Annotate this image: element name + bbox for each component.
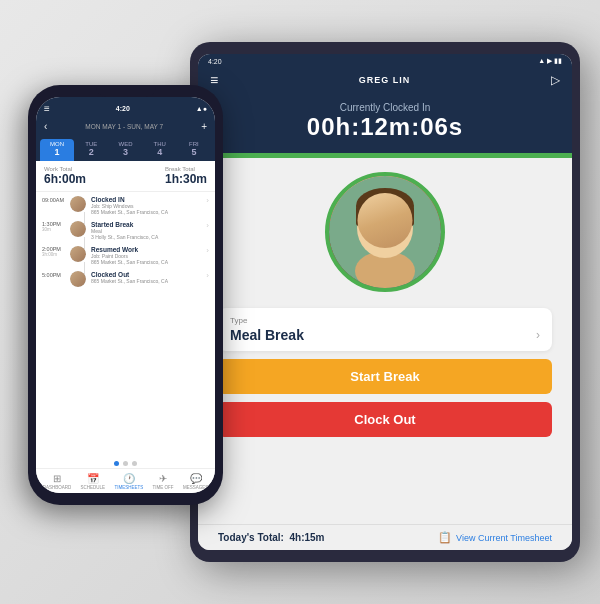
tablet-elapsed-time: 00h:12m:06s <box>198 113 572 141</box>
avatar <box>325 172 445 292</box>
timesheets-icon: 🕐 <box>123 473 135 484</box>
tablet-banner: Currently Clocked In 00h:12m:06s <box>198 94 572 153</box>
phone-nav-label-timeoff: TIME OFF <box>153 485 174 490</box>
start-break-button[interactable]: Start Break <box>218 359 552 394</box>
timeline-content-1: Clocked IN Job: Ship Windows 865 Market … <box>91 196 204 215</box>
phone-day-num-tue: 2 <box>89 147 94 157</box>
phone-time: 4:20 <box>116 105 130 112</box>
break-type-value: Meal Break <box>230 327 304 343</box>
timeline-title-4: Clocked Out <box>91 271 204 278</box>
phone-bottom-nav: ⊞ DASHBOARD 📅 SCHEDULE 🕐 TIMESHEETS ✈ TI… <box>36 468 215 493</box>
sidebar-item-messages[interactable]: 💬 MESSAGES <box>183 473 208 490</box>
timeline-content-2: Started Break Meal 3 Holly St., San Fran… <box>91 221 204 240</box>
clock-out-button[interactable]: Clock Out <box>218 402 552 437</box>
phone-work-total: Work Total 6h:00m Break Total 1h:30m <box>36 161 215 192</box>
timeline-title-2: Started Break <box>91 221 204 228</box>
timeline-sub-6: 865 Market St., San Francisco, CA <box>91 259 204 265</box>
timeline-sub-2: 865 Market St., San Francisco, CA <box>91 209 204 215</box>
svg-point-6 <box>369 224 377 232</box>
chevron-right-icon[interactable]: › <box>536 328 540 342</box>
timeline-content-3: Resumed Work Job: Paint Doors 865 Market… <box>91 246 204 265</box>
tablet-user-name: GREG LIN <box>359 75 411 85</box>
dashboard-icon: ⊞ <box>53 473 61 484</box>
phone-day-num-mon: 1 <box>55 147 60 157</box>
timeline-time-4: 5:00PM <box>42 271 70 278</box>
phone-day-tab-thu[interactable]: THU 4 <box>143 139 177 161</box>
sidebar-item-timeoff[interactable]: ✈ TIME OFF <box>153 473 174 490</box>
timeline-time-1: 09:00AM <box>42 196 70 203</box>
break-type-card: Type Meal Break › <box>218 308 552 351</box>
tablet-clocked-in-label: Currently Clocked In <box>198 102 572 113</box>
timeline-avatar-1 <box>70 196 86 212</box>
phone-work-total-item: Work Total 6h:00m <box>44 166 86 186</box>
timeline-content-4: Clocked Out 865 Market St., San Francisc… <box>91 271 204 284</box>
phone-break-total-item: Break Total 1h:30m <box>165 166 207 186</box>
chevron-right-icon-2: › <box>206 221 209 230</box>
chevron-right-icon-3: › <box>206 246 209 255</box>
phone-device: ≡ 4:20 ▲● ‹ MON MAY 1 - SUN, MAY 7 + MON… <box>28 85 223 505</box>
phone-date-range: MON MAY 1 - SUN, MAY 7 <box>85 123 163 130</box>
phone-date-nav: ‹ MON MAY 1 - SUN, MAY 7 + <box>36 118 215 137</box>
timeline-title-1: Clocked IN <box>91 196 204 203</box>
phone-day-tab-wed[interactable]: WED 3 <box>108 139 142 161</box>
phone-work-total-value: 6h:00m <box>44 172 86 186</box>
phone-statusbar: ≡ 4:20 ▲● <box>36 97 215 118</box>
sidebar-item-schedule[interactable]: 📅 SCHEDULE <box>81 473 106 490</box>
phone-status-icons: ▲● <box>196 105 207 112</box>
avatar-face <box>329 176 441 288</box>
pagination-dot-1[interactable] <box>114 461 119 466</box>
tablet-device: 4:20 ▲ ▶ ▮▮ ≡ GREG LIN ▷ Currently Clock… <box>190 42 580 562</box>
phone-day-num-thu: 4 <box>157 147 162 157</box>
timeline-title-3: Resumed Work <box>91 246 204 253</box>
svg-rect-5 <box>408 206 414 226</box>
phone-screen: ≡ 4:20 ▲● ‹ MON MAY 1 - SUN, MAY 7 + MON… <box>36 97 215 493</box>
break-type-value-row: Meal Break › <box>230 327 540 343</box>
timesheet-icon: 📋 <box>438 531 452 544</box>
messages-icon: 💬 <box>190 473 202 484</box>
sidebar-item-dashboard[interactable]: ⊞ DASHBOARD <box>43 473 72 490</box>
phone-nav-label-messages: MESSAGES <box>183 485 208 490</box>
tablet-profile-icon[interactable]: ▷ <box>551 73 560 87</box>
list-item[interactable]: 2:00PM 3h:00m Resumed Work Job: Paint Do… <box>42 246 209 265</box>
timeoff-icon: ✈ <box>159 473 167 484</box>
phone-day-num-wed: 3 <box>123 147 128 157</box>
list-item[interactable]: 5:00PM Clocked Out 865 Market St., San F… <box>42 271 209 287</box>
tablet-statusbar: 4:20 ▲ ▶ ▮▮ <box>198 54 572 68</box>
timeline-sub-7: 865 Market St., San Francisco, CA <box>91 278 204 284</box>
phone-day-tabs: MON 1 TUE 2 WED 3 THU 4 FRI 5 <box>36 137 215 161</box>
tablet-status-icons: ▲ ▶ ▮▮ <box>538 57 562 65</box>
phone-date-right-arrow[interactable]: + <box>201 121 207 132</box>
phone-day-num-fri: 5 <box>191 147 196 157</box>
phone-pagination <box>36 457 215 468</box>
list-item[interactable]: 1:30PM 30m Started Break Meal 3 Holly St… <box>42 221 209 240</box>
tablet-menu-icon[interactable]: ≡ <box>210 72 218 88</box>
break-type-label: Type <box>230 316 540 325</box>
timeline-sub-4: 3 Holly St., San Francisco, CA <box>91 234 204 240</box>
view-timesheet-link[interactable]: 📋 View Current Timesheet <box>438 531 552 544</box>
phone-date-left-arrow[interactable]: ‹ <box>44 121 47 132</box>
svg-point-8 <box>382 234 388 238</box>
phone-menu-icon[interactable]: ≡ <box>44 103 50 114</box>
svg-point-3 <box>356 188 414 224</box>
svg-point-7 <box>393 224 401 232</box>
phone-day-tab-mon[interactable]: MON 1 <box>40 139 74 161</box>
phone-day-tab-tue[interactable]: TUE 2 <box>74 139 108 161</box>
phone-timeline: 09:00AM Clocked IN Job: Ship Windows 865… <box>36 192 215 457</box>
avatar-svg <box>329 176 441 288</box>
tablet-screen: 4:20 ▲ ▶ ▮▮ ≡ GREG LIN ▷ Currently Clock… <box>198 54 572 550</box>
tablet-header: ≡ GREG LIN ▷ <box>198 68 572 94</box>
chevron-right-icon-4: › <box>206 271 209 280</box>
sidebar-item-timesheets[interactable]: 🕐 TIMESHEETS <box>114 473 143 490</box>
tablet-footer: Today's Total: 4h:15m 📋 View Current Tim… <box>198 524 572 550</box>
phone-nav-label-dashboard: DASHBOARD <box>43 485 72 490</box>
list-item[interactable]: 09:00AM Clocked IN Job: Ship Windows 865… <box>42 196 209 215</box>
pagination-dot-3[interactable] <box>132 461 137 466</box>
timeline-avatar-3 <box>70 246 86 262</box>
pagination-dot-2[interactable] <box>123 461 128 466</box>
tablet-today-label: Today's Total: <box>218 532 284 543</box>
phone-day-tab-fri[interactable]: FRI 5 <box>177 139 211 161</box>
timeline-avatar-4 <box>70 271 86 287</box>
tablet-today-total: Today's Total: 4h:15m <box>218 532 324 543</box>
timesheet-link-label: View Current Timesheet <box>456 533 552 543</box>
phone-notch <box>96 85 156 97</box>
